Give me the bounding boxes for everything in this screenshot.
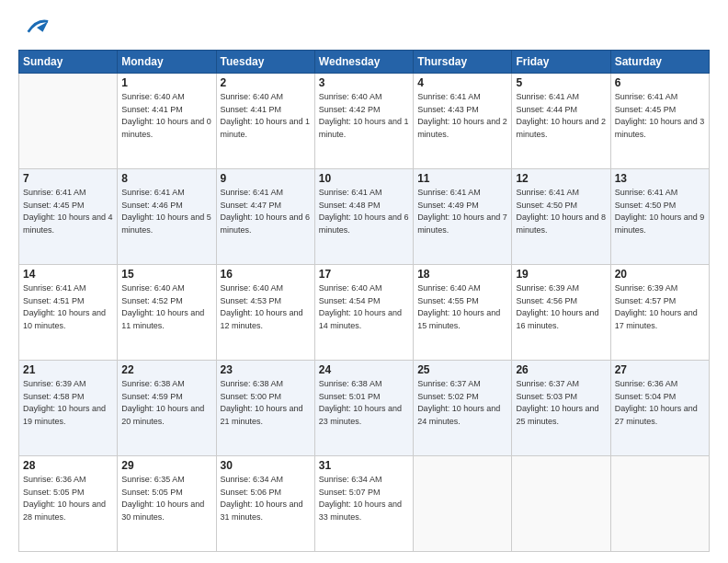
weekday-header-monday: Monday: [118, 51, 216, 74]
calendar-day-cell: [512, 456, 610, 552]
day-number: 24: [319, 363, 409, 376]
day-number: 31: [319, 459, 409, 472]
calendar-week-row: 1Sunrise: 6:40 AMSunset: 4:41 PMDaylight…: [19, 74, 710, 169]
calendar-day-cell: 15Sunrise: 6:40 AMSunset: 4:52 PMDayligh…: [118, 265, 216, 361]
day-info: Sunrise: 6:35 AMSunset: 5:05 PMDaylight:…: [121, 474, 211, 523]
header: [18, 15, 710, 40]
day-number: 17: [319, 268, 409, 281]
calendar-day-cell: 18Sunrise: 6:40 AMSunset: 4:55 PMDayligh…: [414, 265, 512, 361]
calendar-day-cell: 23Sunrise: 6:38 AMSunset: 5:00 PMDayligh…: [216, 361, 314, 456]
day-number: 23: [221, 363, 311, 376]
day-number: 6: [615, 76, 705, 89]
day-number: 16: [221, 268, 311, 281]
day-info: Sunrise: 6:34 AMSunset: 5:06 PMDaylight:…: [221, 474, 311, 523]
day-number: 18: [417, 268, 507, 281]
calendar-day-cell: 27Sunrise: 6:36 AMSunset: 5:04 PMDayligh…: [610, 361, 709, 456]
day-info: Sunrise: 6:41 AMSunset: 4:47 PMDaylight:…: [221, 187, 311, 236]
day-info: Sunrise: 6:39 AMSunset: 4:56 PMDaylight:…: [516, 282, 606, 332]
day-number: 15: [121, 268, 211, 281]
calendar-table: SundayMondayTuesdayWednesdayThursdayFrid…: [18, 50, 710, 552]
calendar-day-cell: 6Sunrise: 6:41 AMSunset: 4:45 PMDaylight…: [610, 74, 709, 169]
calendar-day-cell: 10Sunrise: 6:41 AMSunset: 4:48 PMDayligh…: [314, 169, 413, 265]
day-info: Sunrise: 6:41 AMSunset: 4:51 PMDaylight:…: [23, 282, 113, 332]
day-number: 5: [516, 76, 606, 89]
day-number: 12: [516, 172, 606, 185]
day-number: 3: [319, 76, 409, 89]
weekday-header-tuesday: Tuesday: [216, 51, 314, 74]
day-info: Sunrise: 6:41 AMSunset: 4:50 PMDaylight:…: [516, 187, 606, 236]
day-info: Sunrise: 6:38 AMSunset: 5:01 PMDaylight:…: [319, 378, 409, 428]
calendar-day-cell: 3Sunrise: 6:40 AMSunset: 4:42 PMDaylight…: [314, 74, 413, 169]
calendar-day-cell: 31Sunrise: 6:34 AMSunset: 5:07 PMDayligh…: [314, 456, 413, 552]
calendar-week-row: 21Sunrise: 6:39 AMSunset: 4:58 PMDayligh…: [19, 361, 710, 456]
day-info: Sunrise: 6:34 AMSunset: 5:07 PMDaylight:…: [319, 474, 409, 523]
calendar-day-cell: 5Sunrise: 6:41 AMSunset: 4:44 PMDaylight…: [512, 74, 610, 169]
day-info: Sunrise: 6:36 AMSunset: 5:04 PMDaylight:…: [615, 378, 705, 428]
calendar-day-cell: [19, 74, 118, 169]
calendar-day-cell: 11Sunrise: 6:41 AMSunset: 4:49 PMDayligh…: [414, 169, 512, 265]
calendar-day-cell: 22Sunrise: 6:38 AMSunset: 4:59 PMDayligh…: [118, 361, 216, 456]
day-number: 14: [23, 268, 113, 281]
day-number: 2: [221, 76, 311, 89]
day-number: 26: [516, 363, 606, 376]
calendar-day-cell: [610, 456, 709, 552]
logo-icon: [24, 15, 50, 40]
day-number: 7: [23, 172, 113, 185]
day-info: Sunrise: 6:38 AMSunset: 5:00 PMDaylight:…: [221, 378, 311, 428]
day-info: Sunrise: 6:41 AMSunset: 4:43 PMDaylight:…: [417, 91, 507, 141]
day-info: Sunrise: 6:40 AMSunset: 4:42 PMDaylight:…: [319, 91, 409, 141]
calendar-page: SundayMondayTuesdayWednesdayThursdayFrid…: [0, 0, 728, 563]
day-number: 20: [615, 268, 705, 281]
day-info: Sunrise: 6:41 AMSunset: 4:50 PMDaylight:…: [615, 187, 705, 236]
day-number: 30: [221, 459, 311, 472]
day-number: 19: [516, 268, 606, 281]
calendar-day-cell: 30Sunrise: 6:34 AMSunset: 5:06 PMDayligh…: [216, 456, 314, 552]
weekday-header-thursday: Thursday: [414, 51, 512, 74]
calendar-day-cell: 26Sunrise: 6:37 AMSunset: 5:03 PMDayligh…: [512, 361, 610, 456]
day-number: 4: [417, 76, 507, 89]
calendar-day-cell: 25Sunrise: 6:37 AMSunset: 5:02 PMDayligh…: [414, 361, 512, 456]
calendar-day-cell: 19Sunrise: 6:39 AMSunset: 4:56 PMDayligh…: [512, 265, 610, 361]
calendar-day-cell: 28Sunrise: 6:36 AMSunset: 5:05 PMDayligh…: [19, 456, 118, 552]
day-info: Sunrise: 6:41 AMSunset: 4:45 PMDaylight:…: [615, 91, 705, 141]
day-number: 8: [121, 172, 211, 185]
calendar-week-row: 14Sunrise: 6:41 AMSunset: 4:51 PMDayligh…: [19, 265, 710, 361]
day-info: Sunrise: 6:37 AMSunset: 5:02 PMDaylight:…: [417, 378, 507, 428]
calendar-day-cell: 4Sunrise: 6:41 AMSunset: 4:43 PMDaylight…: [414, 74, 512, 169]
day-number: 13: [615, 172, 705, 185]
day-number: 21: [23, 363, 113, 376]
day-info: Sunrise: 6:40 AMSunset: 4:55 PMDaylight:…: [417, 282, 507, 332]
day-number: 27: [615, 363, 705, 376]
calendar-day-cell: [414, 456, 512, 552]
calendar-day-cell: 7Sunrise: 6:41 AMSunset: 4:45 PMDaylight…: [19, 169, 118, 265]
day-info: Sunrise: 6:38 AMSunset: 4:59 PMDaylight:…: [121, 378, 211, 428]
day-info: Sunrise: 6:40 AMSunset: 4:52 PMDaylight:…: [121, 282, 211, 332]
weekday-header-sunday: Sunday: [19, 51, 118, 74]
day-info: Sunrise: 6:37 AMSunset: 5:03 PMDaylight:…: [516, 378, 606, 428]
day-number: 10: [319, 172, 409, 185]
day-info: Sunrise: 6:40 AMSunset: 4:41 PMDaylight:…: [221, 91, 311, 141]
day-number: 9: [221, 172, 311, 185]
day-info: Sunrise: 6:40 AMSunset: 4:54 PMDaylight:…: [319, 282, 409, 332]
day-info: Sunrise: 6:36 AMSunset: 5:05 PMDaylight:…: [23, 474, 113, 523]
day-info: Sunrise: 6:41 AMSunset: 4:49 PMDaylight:…: [417, 187, 507, 236]
day-number: 29: [121, 459, 211, 472]
calendar-week-row: 7Sunrise: 6:41 AMSunset: 4:45 PMDaylight…: [19, 169, 710, 265]
day-info: Sunrise: 6:41 AMSunset: 4:48 PMDaylight:…: [319, 187, 409, 236]
weekday-header-saturday: Saturday: [610, 51, 709, 74]
day-info: Sunrise: 6:40 AMSunset: 4:53 PMDaylight:…: [221, 282, 311, 332]
calendar-day-cell: 20Sunrise: 6:39 AMSunset: 4:57 PMDayligh…: [610, 265, 709, 361]
day-number: 25: [417, 363, 507, 376]
calendar-day-cell: 17Sunrise: 6:40 AMSunset: 4:54 PMDayligh…: [314, 265, 413, 361]
calendar-day-cell: 21Sunrise: 6:39 AMSunset: 4:58 PMDayligh…: [19, 361, 118, 456]
calendar-day-cell: 29Sunrise: 6:35 AMSunset: 5:05 PMDayligh…: [118, 456, 216, 552]
day-number: 22: [121, 363, 211, 376]
logo: [18, 15, 50, 40]
day-info: Sunrise: 6:41 AMSunset: 4:44 PMDaylight:…: [516, 91, 606, 141]
day-info: Sunrise: 6:40 AMSunset: 4:41 PMDaylight:…: [121, 91, 211, 141]
calendar-day-cell: 14Sunrise: 6:41 AMSunset: 4:51 PMDayligh…: [19, 265, 118, 361]
calendar-day-cell: 13Sunrise: 6:41 AMSunset: 4:50 PMDayligh…: [610, 169, 709, 265]
calendar-day-cell: 8Sunrise: 6:41 AMSunset: 4:46 PMDaylight…: [118, 169, 216, 265]
calendar-day-cell: 16Sunrise: 6:40 AMSunset: 4:53 PMDayligh…: [216, 265, 314, 361]
weekday-header-row: SundayMondayTuesdayWednesdayThursdayFrid…: [19, 51, 710, 74]
